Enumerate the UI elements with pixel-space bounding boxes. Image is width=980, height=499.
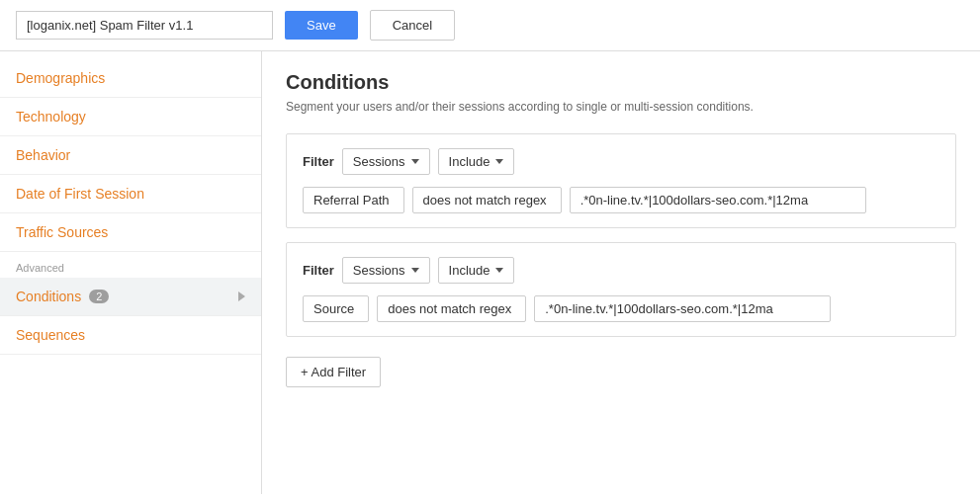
chevron-right-icon	[238, 291, 245, 301]
filter-block-2: Filter Sessions Include Source does not …	[286, 242, 956, 337]
include-dropdown-2[interactable]: Include	[438, 257, 515, 284]
include-label-1: Include	[449, 154, 490, 169]
segment-name-input[interactable]	[16, 11, 273, 40]
sessions-dropdown-2[interactable]: Sessions	[342, 257, 430, 284]
sidebar-item-label: Behavior	[16, 147, 70, 163]
add-filter-button[interactable]: + Add Filter	[286, 357, 381, 387]
sessions-label-1: Sessions	[353, 154, 405, 169]
condition-row-2: Source does not match regex .*0n-line.tv…	[303, 295, 939, 322]
condition-value-2: .*0n-line.tv.*|100dollars-seo.com.*|12ma	[534, 295, 831, 322]
header: Save Cancel	[0, 0, 980, 51]
cancel-button[interactable]: Cancel	[370, 10, 455, 41]
sidebar-item-technology[interactable]: Technology	[0, 98, 261, 136]
filter-row-2: Filter Sessions Include	[303, 257, 939, 284]
sidebar-item-label: Technology	[16, 109, 86, 125]
sidebar-item-conditions[interactable]: Conditions 2	[0, 278, 261, 316]
page-title: Conditions	[286, 71, 956, 94]
include-label-2: Include	[449, 263, 490, 278]
include-caret-1	[495, 159, 503, 164]
sessions-label-2: Sessions	[353, 263, 405, 278]
sessions-dropdown-1[interactable]: Sessions	[342, 148, 430, 175]
filter-row-1: Filter Sessions Include	[303, 148, 939, 175]
content-area: Conditions Segment your users and/or the…	[262, 51, 980, 494]
sidebar-item-sequences[interactable]: Sequences	[0, 316, 261, 355]
condition-operator-label-2: does not match regex	[388, 301, 511, 316]
condition-field-dropdown-2[interactable]: Source	[303, 295, 369, 322]
sidebar-item-label: Conditions	[16, 289, 81, 304]
filter-label-1: Filter	[303, 154, 334, 169]
conditions-label-row: Conditions 2	[16, 289, 109, 304]
sessions-caret-1	[411, 159, 419, 164]
filter-label-2: Filter	[303, 263, 334, 278]
sessions-caret-2	[411, 268, 419, 273]
sidebar-item-behavior[interactable]: Behavior	[0, 136, 261, 175]
sidebar-item-traffic-sources[interactable]: Traffic Sources	[0, 213, 261, 252]
sidebar-item-label: Traffic Sources	[16, 224, 108, 240]
condition-field-dropdown-1[interactable]: Referral Path	[303, 187, 404, 213]
sidebar: Demographics Technology Behavior Date of…	[0, 51, 262, 494]
save-button[interactable]: Save	[285, 11, 358, 40]
condition-operator-label-1: does not match regex	[423, 193, 547, 208]
condition-field-label-2: Source	[313, 301, 354, 316]
condition-operator-dropdown-2[interactable]: does not match regex	[377, 295, 526, 322]
filter-block-1: Filter Sessions Include Referral Path do…	[286, 133, 956, 228]
sidebar-item-label: Date of First Session	[16, 186, 144, 202]
conditions-badge: 2	[89, 290, 109, 303]
condition-operator-dropdown-1[interactable]: does not match regex	[412, 187, 562, 213]
sidebar-item-label: Sequences	[16, 327, 85, 343]
page-subtitle: Segment your users and/or their sessions…	[286, 100, 956, 114]
condition-row-1: Referral Path does not match regex .*0n-…	[303, 187, 939, 213]
include-caret-2	[495, 268, 503, 273]
main-layout: Demographics Technology Behavior Date of…	[0, 51, 980, 494]
condition-field-label-1: Referral Path	[313, 193, 390, 208]
sidebar-item-demographics[interactable]: Demographics	[0, 59, 261, 98]
advanced-section-label: Advanced	[0, 252, 261, 278]
sidebar-item-date-of-first-session[interactable]: Date of First Session	[0, 175, 261, 213]
include-dropdown-1[interactable]: Include	[438, 148, 515, 175]
condition-value-1: .*0n-line.tv.*|100dollars-seo.com.*|12ma	[570, 187, 866, 213]
sidebar-item-label: Demographics	[16, 70, 105, 86]
